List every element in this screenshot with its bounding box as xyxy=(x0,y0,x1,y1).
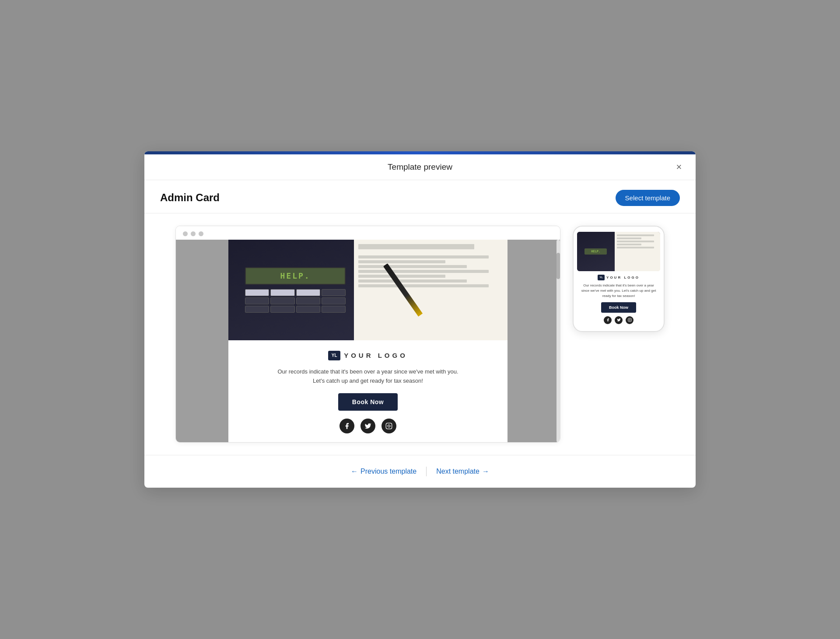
mobile-book-now-button[interactable]: Book Now xyxy=(601,302,636,313)
hero-image: HELP. xyxy=(228,240,508,340)
calc-btn xyxy=(270,289,294,296)
desktop-preview: HELP. xyxy=(175,226,560,443)
calc-btn xyxy=(322,297,346,304)
hero-image-recreation: HELP. xyxy=(228,240,508,340)
left-gray-bar xyxy=(176,240,228,443)
email-body-content: YL YOUR LOGO Our records indicate that i… xyxy=(228,340,508,443)
mobile-form-line xyxy=(617,234,654,236)
next-template-label: Next template xyxy=(436,468,480,475)
logo-text: YOUR LOGO xyxy=(344,352,408,359)
mobile-hero-inner: HELP. xyxy=(577,232,660,271)
template-preview-modal: Template preview × Admin Card Select tem… xyxy=(144,151,696,488)
mobile-logo-row: YL YOUR LOGO xyxy=(598,275,640,280)
mobile-form-line xyxy=(617,247,654,248)
mobile-twitter-icon xyxy=(615,316,623,324)
email-hero-area: HELP. xyxy=(176,240,560,443)
previous-template-label: Previous template xyxy=(360,468,416,475)
scrollbar-thumb xyxy=(556,253,560,279)
facebook-icon xyxy=(340,419,354,433)
calc-buttons xyxy=(245,289,346,313)
twitter-icon xyxy=(360,419,375,433)
mobile-facebook-icon xyxy=(604,316,612,324)
prev-arrow-icon: ← xyxy=(351,468,358,475)
browser-dot-2 xyxy=(191,231,196,236)
modal-header: Template preview × xyxy=(144,154,696,180)
calc-btn xyxy=(322,306,346,313)
browser-chrome xyxy=(176,226,560,240)
template-name-label: Admin Card xyxy=(160,192,220,204)
calc-btn xyxy=(245,289,269,296)
mobile-logo-initials: YL xyxy=(598,275,605,280)
mobile-form-line xyxy=(617,241,654,242)
mobile-hero-image: HELP. xyxy=(577,232,660,271)
instagram-icon xyxy=(382,419,396,433)
calc-btn xyxy=(245,306,269,313)
nav-divider xyxy=(426,467,427,476)
calc-btn xyxy=(296,306,320,313)
mobile-email-description: Our records indicate that it's been over… xyxy=(577,283,660,299)
scrollbar xyxy=(556,240,560,443)
mobile-frame: HELP. YL xyxy=(573,226,665,332)
calc-screen: HELP. xyxy=(245,267,346,285)
mobile-form-line xyxy=(617,244,642,245)
calc-btn xyxy=(296,297,320,304)
calculator-visual: HELP. xyxy=(228,240,362,340)
email-description: Our records indicate that it's been over… xyxy=(277,367,458,386)
social-icons-row xyxy=(340,419,396,433)
modal-overlay: Template preview × Admin Card Select tem… xyxy=(0,0,840,639)
browser-dot-3 xyxy=(199,231,203,236)
calc-btn xyxy=(270,306,294,313)
close-button[interactable]: × xyxy=(672,160,686,174)
modal-title: Template preview xyxy=(388,162,452,172)
email-content: HELP. xyxy=(176,240,560,443)
mobile-form-side xyxy=(615,232,661,271)
select-template-button[interactable]: Select template xyxy=(616,190,680,206)
next-arrow-icon: → xyxy=(482,468,489,475)
mobile-calc-side: HELP. xyxy=(577,232,615,271)
logo-row: YL YOUR LOGO xyxy=(328,351,408,360)
mobile-social-icons xyxy=(604,316,634,324)
mobile-logo-text: YOUR LOGO xyxy=(606,276,640,279)
next-template-button[interactable]: Next template → xyxy=(430,465,495,478)
calc-btn xyxy=(296,289,320,296)
modal-footer: ← Previous template Next template → xyxy=(144,455,696,488)
mobile-instagram-icon xyxy=(626,316,634,324)
modal-subheader: Admin Card Select template xyxy=(144,180,696,213)
calc-btn xyxy=(270,297,294,304)
top-stripe xyxy=(144,151,696,154)
mobile-calc-screen: HELP. xyxy=(584,248,607,255)
email-center-column: HELP. xyxy=(228,240,508,443)
browser-dot-1 xyxy=(183,231,188,236)
calc-btn xyxy=(245,297,269,304)
calc-btn xyxy=(322,289,346,296)
svg-rect-2 xyxy=(628,318,631,322)
mobile-preview: HELP. YL xyxy=(573,226,665,332)
modal-body: HELP. xyxy=(144,213,696,455)
right-gray-bar xyxy=(508,240,560,443)
mobile-form-line xyxy=(617,237,642,239)
previous-template-button[interactable]: ← Previous template xyxy=(345,465,423,478)
pen-shape xyxy=(383,263,423,317)
logo-initials: YL xyxy=(328,351,340,360)
book-now-button[interactable]: Book Now xyxy=(338,393,398,411)
svg-rect-0 xyxy=(386,423,392,429)
